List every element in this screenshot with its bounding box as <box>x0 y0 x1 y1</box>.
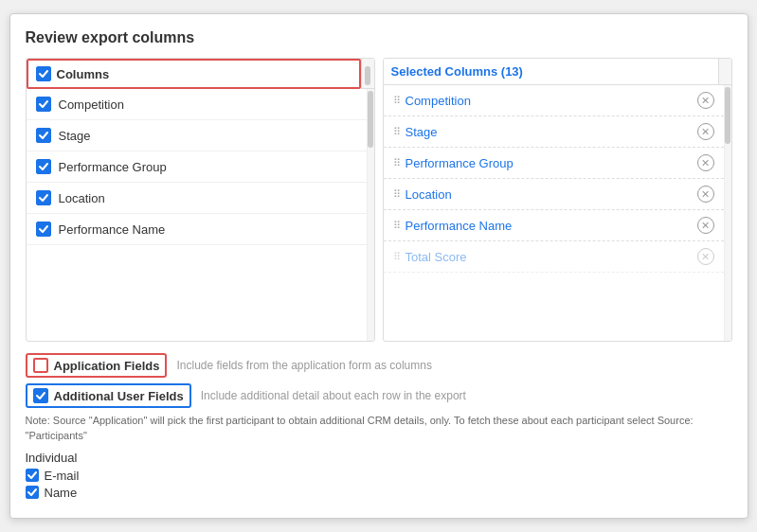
selected-item-left: ⠿ Performance Name <box>393 219 513 233</box>
selected-item-left: ⠿ Performance Group <box>393 156 514 170</box>
individual-item: E-mail <box>26 469 732 483</box>
remove-item-button[interactable]: ✕ <box>697 123 714 140</box>
selected-item-label: Performance Group <box>406 156 514 170</box>
selected-item-label: Stage <box>406 125 438 139</box>
application-fields-checkbox[interactable] <box>33 358 48 373</box>
item-checkbox[interactable] <box>36 159 51 174</box>
remove-item-button[interactable]: ✕ <box>697 186 714 203</box>
selected-col-item: ⠿ Performance Group ✕ <box>384 148 724 179</box>
item-label: Stage <box>59 129 91 143</box>
additional-user-fields-label-box[interactable]: Additional User Fields <box>26 383 191 408</box>
bottom-section: Application Fields Include fields from t… <box>26 353 732 500</box>
drag-handle-icon[interactable]: ⠿ <box>393 251 400 263</box>
selected-item-left: ⠿ Total Score <box>393 250 467 264</box>
right-panel: Selected Columns (13) ⠿ Competition ✕ ⠿ … <box>383 58 732 342</box>
selected-columns-header: Selected Columns (13) <box>384 59 718 85</box>
drag-handle-icon[interactable]: ⠿ <box>393 188 400 201</box>
drag-handle-icon[interactable]: ⠿ <box>393 126 400 138</box>
item-checkbox[interactable] <box>36 97 51 112</box>
item-label: Location <box>59 191 105 205</box>
columns-area: Columns Competition Stage Performance Gr… <box>26 58 732 342</box>
selected-item-label: Competition <box>406 94 471 108</box>
application-fields-hint: Include fields from the application form… <box>176 359 431 372</box>
selected-item-label: Location <box>406 187 452 202</box>
individual-section: Individual E-mail Name <box>26 451 732 500</box>
additional-user-fields-row: Additional User Fields Include additiona… <box>26 383 732 408</box>
drag-handle-icon[interactable]: ⠿ <box>393 157 400 169</box>
select-all-checkbox[interactable] <box>36 66 51 81</box>
item-checkbox[interactable] <box>36 222 51 237</box>
selected-item-left: ⠿ Location <box>393 187 452 202</box>
item-label: Competition <box>59 98 124 112</box>
right-col-list-wrapper: ⠿ Competition ✕ ⠿ Stage ✕ ⠿ Performance … <box>384 85 731 341</box>
remove-item-button[interactable]: ✕ <box>697 154 714 171</box>
additional-user-fields-label: Additional User Fields <box>54 389 184 403</box>
application-fields-label-box[interactable]: Application Fields <box>26 353 168 378</box>
remove-item-button[interactable]: ✕ <box>697 217 714 234</box>
remove-item-button[interactable]: ✕ <box>697 248 714 265</box>
left-panel: Columns Competition Stage Performance Gr… <box>26 58 375 342</box>
columns-header: Columns <box>27 59 361 89</box>
selected-col-item: ⠿ Performance Name ✕ <box>384 210 724 241</box>
selected-item-left: ⠿ Stage <box>393 125 438 139</box>
left-col-item: Location <box>27 183 367 214</box>
columns-header-label: Columns <box>57 67 110 81</box>
item-checkbox[interactable] <box>36 128 51 143</box>
individual-item-label: E-mail <box>45 469 80 483</box>
modal-title: Review export columns <box>26 29 732 46</box>
left-col-item: Performance Name <box>27 214 367 245</box>
individual-items-container: E-mail Name <box>26 469 732 500</box>
drag-handle-icon[interactable]: ⠿ <box>393 220 400 232</box>
individual-item-checkbox[interactable] <box>26 469 39 482</box>
application-fields-row: Application Fields Include fields from t… <box>26 353 732 378</box>
left-col-list-wrapper: Competition Stage Performance Group Loca… <box>27 89 374 341</box>
selected-col-item: ⠿ Competition ✕ <box>384 85 724 116</box>
selected-col-item: ⠿ Total Score ✕ <box>384 241 724 273</box>
left-scrollbar[interactable] <box>367 89 374 341</box>
individual-item-label: Name <box>45 486 78 500</box>
individual-item-checkbox[interactable] <box>26 486 39 499</box>
left-col-list: Competition Stage Performance Group Loca… <box>27 89 367 341</box>
item-label: Performance Name <box>59 222 166 237</box>
item-label: Performance Group <box>59 160 167 174</box>
item-checkbox[interactable] <box>36 190 51 205</box>
left-col-item: Stage <box>27 120 367 151</box>
drag-handle-icon[interactable]: ⠿ <box>393 95 400 107</box>
selected-col-item: ⠿ Stage ✕ <box>384 116 724 148</box>
individual-item: Name <box>26 486 732 500</box>
selected-item-label: Total Score <box>406 250 467 264</box>
review-export-modal: Review export columns Columns <box>9 13 748 519</box>
selected-header-label: Selected Columns (13) <box>391 64 523 79</box>
application-fields-label: Application Fields <box>54 359 160 373</box>
note-text: Note: Source "Application" will pick the… <box>26 414 732 443</box>
right-scrollbar[interactable] <box>724 85 731 341</box>
remove-item-button[interactable]: ✕ <box>697 92 714 109</box>
individual-title: Individual <box>26 451 732 465</box>
additional-user-fields-checkbox[interactable] <box>33 388 48 403</box>
right-col-list: ⠿ Competition ✕ ⠿ Stage ✕ ⠿ Performance … <box>384 85 724 341</box>
left-col-item: Performance Group <box>27 151 367 183</box>
selected-item-label: Performance Name <box>406 219 513 233</box>
left-col-item: Competition <box>27 89 367 120</box>
selected-col-item: ⠿ Location ✕ <box>384 179 724 210</box>
selected-item-left: ⠿ Competition <box>393 94 471 108</box>
additional-user-fields-hint: Include additional detail about each row… <box>201 389 466 402</box>
